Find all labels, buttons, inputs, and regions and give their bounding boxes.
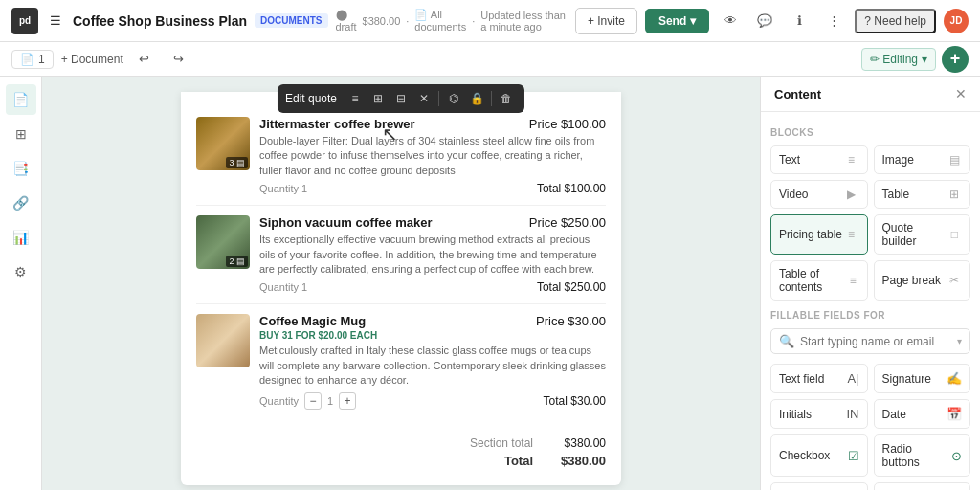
section-total-row: Section total $380.00 xyxy=(196,434,606,452)
product-footer-1: Quantity 1 Total $100.00 xyxy=(259,182,606,195)
eq-anchor-icon[interactable]: ⌬ xyxy=(443,88,464,109)
right-panel-header: Content ✕ xyxy=(761,77,980,112)
top-bar: pd ☰ Coffee Shop Business Plan DOCUMENTS… xyxy=(0,0,980,42)
block-table[interactable]: Table ⊞ xyxy=(874,180,971,209)
undo-icon[interactable]: ↩ xyxy=(131,46,158,73)
sidebar-icon-analytics[interactable]: 📊 xyxy=(6,222,36,253)
separator2: · xyxy=(472,15,475,27)
fillable-checkbox[interactable]: Checkbox ☑ xyxy=(770,434,868,477)
eq-lock-icon[interactable]: 🔒 xyxy=(466,88,487,109)
view-icon[interactable]: 👁 xyxy=(717,8,744,34)
block-page-break[interactable]: Page break ✂ xyxy=(874,260,971,301)
sidebar-icon-pages[interactable]: 📄 xyxy=(6,84,36,115)
spacer: ⬤ draft $380.00 · 📄 All documents · Upda… xyxy=(336,9,568,33)
product-qty-3: Quantity − 1 + xyxy=(259,392,356,410)
hamburger-menu[interactable]: ☰ xyxy=(46,10,65,32)
document-title: Coffee Shop Business Plan xyxy=(73,13,247,29)
edit-quote-label: Edit quote xyxy=(285,92,337,105)
qty-value: 1 xyxy=(327,395,333,407)
info-icon[interactable]: ℹ xyxy=(786,8,813,34)
separator: · xyxy=(406,15,409,27)
documents-badge: DOCUMENTS xyxy=(255,13,327,28)
product-qty-1: Quantity 1 xyxy=(259,183,307,194)
qty-increase-button[interactable]: + xyxy=(339,392,356,410)
eq-grid-icon[interactable]: ⊞ xyxy=(368,88,389,109)
eq-cross-icon[interactable]: ✕ xyxy=(413,88,434,109)
comments-icon[interactable]: 💬 xyxy=(751,8,778,34)
docs-link[interactable]: 📄 All documents xyxy=(414,9,466,33)
section-totals: Section total $380.00 Total $380.00 xyxy=(196,427,606,470)
right-panel-title: Content xyxy=(774,87,821,101)
sidebar-icon-blocks[interactable]: ⊞ xyxy=(6,119,36,149)
product-total-2: Total $250.00 xyxy=(537,280,606,294)
send-button[interactable]: Send ▾ xyxy=(645,9,709,33)
block-text[interactable]: Text ≡ xyxy=(770,145,868,174)
fillable-date[interactable]: Date 📅 xyxy=(874,399,971,429)
product-name-3: Coffee Magic Mug xyxy=(259,314,366,328)
fillable-text-field[interactable]: Text field A| xyxy=(770,364,868,393)
need-help-button[interactable]: ? Need help xyxy=(855,9,936,33)
blocks-grid: Text ≡ Image ▤ Video ▶ Table ⊞ Pricing t… xyxy=(770,145,970,301)
eq-list-icon[interactable]: ≡ xyxy=(345,88,366,109)
fillable-initials[interactable]: Initials IN xyxy=(770,399,868,429)
search-icon: 🔍 xyxy=(779,334,794,348)
fillable-radio[interactable]: Radio buttons ⊙ xyxy=(874,434,971,477)
page-break-block-icon: ✂ xyxy=(947,273,962,288)
redo-icon[interactable]: ↪ xyxy=(166,46,192,73)
product-image-3 xyxy=(196,314,250,368)
add-document-button[interactable]: + Document xyxy=(61,53,123,66)
product-desc-2: Its exceptionally effective vacuum brewi… xyxy=(259,233,606,277)
block-video[interactable]: Video ▶ xyxy=(770,180,868,209)
right-panel: Content ✕ BLOCKS Text ≡ Image ▤ Video ▶ xyxy=(760,77,980,490)
add-content-icon[interactable]: + xyxy=(942,46,969,73)
radio-icon: ⊙ xyxy=(951,449,962,463)
more-options-icon[interactable]: ⋮ xyxy=(820,8,847,34)
price-status: $380.00 xyxy=(363,15,401,27)
pricing-table-block-icon: ≡ xyxy=(844,227,859,242)
app-logo: pd xyxy=(11,8,38,34)
fillable-card[interactable]: Card details 💳 xyxy=(874,482,971,490)
sidebar-icon-settings[interactable]: ⚙ xyxy=(6,256,36,287)
eq-separator xyxy=(438,91,439,106)
image-block-icon: ▤ xyxy=(947,152,962,167)
checkbox-icon: ☑ xyxy=(848,449,859,463)
product-header-3: Coffee Magic Mug Price $30.00 xyxy=(259,314,606,328)
product-image-2: 2 ▤ xyxy=(196,215,250,269)
toc-block-icon: ≡ xyxy=(847,273,859,288)
product-info-3: Coffee Magic Mug Price $30.00 BUY 31 FOR… xyxy=(259,314,606,409)
signature-icon: ✍ xyxy=(947,371,962,386)
sidebar-icon-links[interactable]: 🔗 xyxy=(6,188,36,218)
fillable-fields-grid: Text field A| Signature ✍ Initials IN Da… xyxy=(770,364,970,490)
search-input[interactable] xyxy=(800,335,951,348)
grand-total-label: Total xyxy=(504,454,533,468)
product-price-1: Price $100.00 xyxy=(529,117,606,131)
close-panel-button[interactable]: ✕ xyxy=(955,86,967,101)
editing-button[interactable]: ✏ Editing ▾ xyxy=(861,48,936,71)
fillable-signature[interactable]: Signature ✍ xyxy=(874,364,971,393)
quote-builder-block-icon: □ xyxy=(947,227,962,242)
block-image[interactable]: Image ▤ xyxy=(874,145,971,174)
block-pricing-table[interactable]: Pricing table ≡ xyxy=(770,214,868,255)
fillable-dropdown[interactable]: Dropdown ▾ xyxy=(770,482,868,490)
video-block-icon: ▶ xyxy=(844,187,859,202)
main-area: 📄 ⊞ 📑 🔗 📊 ⚙ Edit quote ≡ ⊞ ⊟ ✕ ⌬ 🔒 🗑 ↖ xyxy=(0,77,980,490)
product-row: 3 ▤ Jittermaster coffee brewer Price $10… xyxy=(196,107,606,206)
text-block-icon: ≡ xyxy=(844,152,859,167)
sidebar-icon-docs[interactable]: 📑 xyxy=(6,153,36,184)
block-toc[interactable]: Table of contents ≡ xyxy=(770,260,868,301)
invite-button[interactable]: + Invite xyxy=(575,8,637,34)
search-dropdown-icon[interactable]: ▾ xyxy=(957,336,962,346)
initials-icon: IN xyxy=(847,407,859,421)
fillable-section-label: FILLABLE FIELDS FOR xyxy=(770,310,970,321)
cursor-arrow: ↖ xyxy=(382,122,398,145)
user-avatar: JD xyxy=(944,9,969,33)
draft-status: ⬤ draft xyxy=(336,9,357,33)
blocks-section-label: BLOCKS xyxy=(770,127,970,138)
product-info-1: Jittermaster coffee brewer Price $100.00… xyxy=(259,117,606,195)
eq-delete-icon[interactable]: 🗑 xyxy=(496,88,517,109)
qty-decrease-button[interactable]: − xyxy=(304,392,322,410)
search-field[interactable]: 🔍 ▾ xyxy=(770,328,970,354)
pages-button[interactable]: 📄 1 xyxy=(11,50,54,69)
eq-table-icon[interactable]: ⊟ xyxy=(390,88,412,109)
block-quote-builder[interactable]: Quote builder □ xyxy=(874,214,971,255)
